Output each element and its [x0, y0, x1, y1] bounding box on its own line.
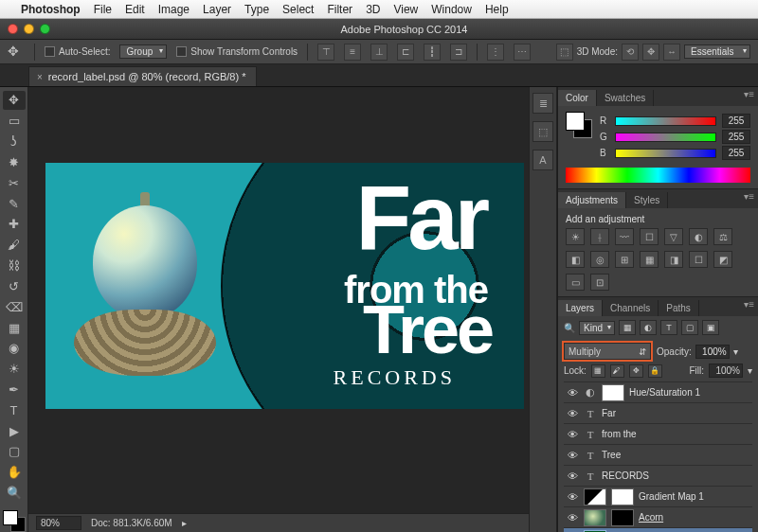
layer-mask-thumb[interactable]: [611, 488, 634, 505]
visibility-toggle-icon[interactable]: 👁: [566, 387, 579, 399]
dock-history-icon[interactable]: ≣: [532, 93, 553, 114]
zoom-field[interactable]: 80%: [36, 516, 81, 530]
adj-exposure-icon[interactable]: ☐: [640, 228, 659, 245]
layer-thumb[interactable]: [584, 509, 606, 526]
distribute-icon[interactable]: ⋮: [487, 44, 504, 61]
panel-menu-icon[interactable]: ▾≡: [740, 89, 758, 99]
3d-pan-icon[interactable]: ✥: [642, 44, 659, 61]
menu-layer[interactable]: Layer: [203, 3, 231, 16]
menu-view[interactable]: View: [393, 3, 418, 16]
shape-tool[interactable]: ▢: [3, 442, 26, 461]
menu-file[interactable]: File: [94, 3, 112, 16]
3d-slide-icon[interactable]: ↔: [663, 44, 680, 61]
type-tool[interactable]: T: [3, 400, 26, 419]
adj-colorlookup-icon[interactable]: ▦: [640, 251, 659, 268]
adj-curves-icon[interactable]: 〰: [615, 228, 634, 245]
crop-tool[interactable]: ✂: [3, 173, 26, 192]
menu-image[interactable]: Image: [158, 3, 190, 16]
adj-posterize-icon[interactable]: ☐: [689, 251, 708, 268]
adj-hue-icon[interactable]: ◐: [689, 228, 708, 245]
adj-gradmap-icon[interactable]: ▭: [566, 274, 585, 291]
align-bottom-icon[interactable]: ⊥: [370, 44, 388, 61]
visibility-toggle-icon[interactable]: 👁: [566, 470, 579, 482]
quick-select-tool[interactable]: ✸: [3, 152, 26, 171]
distribute-icon-2[interactable]: ⋯: [514, 44, 531, 61]
adj-bw-icon[interactable]: ◧: [566, 251, 585, 268]
lock-transparent-icon[interactable]: ▦: [591, 364, 605, 378]
visibility-toggle-icon[interactable]: 👁: [566, 408, 579, 419]
adj-channelmixer-icon[interactable]: ⊞: [615, 251, 634, 268]
menu-photoshop[interactable]: Photoshop: [21, 3, 81, 16]
align-right-icon[interactable]: ⊐: [450, 44, 467, 61]
brush-tool[interactable]: 🖌: [3, 236, 26, 255]
layer-row[interactable]: 👁 Gradient Map 1: [564, 486, 752, 506]
gradient-tool[interactable]: ▦: [3, 318, 26, 337]
adj-vibrance-icon[interactable]: ▽: [664, 228, 683, 245]
stamp-tool[interactable]: ⛓: [3, 257, 26, 275]
tab-swatches[interactable]: Swatches: [597, 90, 654, 106]
visibility-toggle-icon[interactable]: 👁: [566, 491, 579, 503]
eyedropper-tool[interactable]: ✎: [3, 194, 26, 213]
blur-tool[interactable]: ◉: [3, 339, 26, 358]
panel-menu-icon[interactable]: ▾≡: [740, 299, 758, 310]
window-close-button[interactable]: [8, 24, 18, 34]
pen-tool[interactable]: ✒: [3, 381, 26, 399]
status-flyout-icon[interactable]: ▸: [182, 518, 187, 528]
window-zoom-button[interactable]: [40, 24, 50, 34]
align-top-icon[interactable]: ⊤: [317, 44, 334, 61]
menu-window[interactable]: Window: [431, 3, 472, 16]
layer-row[interactable]: 👁 Acorn: [564, 506, 752, 527]
layer-row[interactable]: 👁 ◐ Hue/Saturation 1: [564, 381, 752, 402]
show-transform-toggle[interactable]: Show Transform Controls: [176, 46, 298, 58]
document-tab[interactable]: × record_label.psd @ 80% (record, RGB/8)…: [28, 66, 257, 86]
tab-color[interactable]: Color: [558, 90, 597, 106]
workspace-select[interactable]: Essentials: [684, 44, 750, 59]
layer-row[interactable]: 👁 T RECORDS: [564, 465, 752, 486]
menu-filter[interactable]: Filter: [327, 3, 352, 16]
hand-tool[interactable]: ✋: [3, 463, 26, 482]
lock-pixels-icon[interactable]: 🖌: [610, 364, 624, 378]
blend-mode-select[interactable]: Multiply⇵: [564, 343, 651, 360]
layer-row[interactable]: 👁 T Far: [564, 402, 752, 423]
g-value[interactable]: 255: [722, 130, 750, 144]
auto-select-target-select[interactable]: Group: [119, 44, 167, 59]
layer-filter-kind-select[interactable]: Kind: [579, 321, 615, 335]
document-canvas[interactable]: Far from the Tree RECORDS: [45, 163, 524, 409]
lock-all-icon[interactable]: 🔒: [648, 364, 662, 378]
eraser-tool[interactable]: ⌫: [3, 297, 26, 316]
filter-pixel-icon[interactable]: ▦: [619, 320, 636, 335]
menu-edit[interactable]: Edit: [125, 3, 145, 16]
history-brush-tool[interactable]: ↺: [3, 276, 26, 295]
r-slider[interactable]: [615, 116, 716, 126]
menu-select[interactable]: Select: [282, 3, 314, 16]
tab-styles[interactable]: Styles: [626, 192, 668, 208]
3d-toggle-icon[interactable]: ⬚: [556, 44, 573, 61]
layer-list[interactable]: 👁 ◐ Hue/Saturation 1 👁 T Far 👁 T: [564, 381, 752, 532]
canvas-area[interactable]: Far from the Tree RECORDS 80% Doc: 881.3…: [28, 87, 529, 532]
adj-colorbalance-icon[interactable]: ⚖: [713, 228, 732, 245]
window-minimize-button[interactable]: [24, 24, 34, 34]
adj-brightness-icon[interactable]: ☀: [566, 228, 585, 245]
tab-paths[interactable]: Paths: [659, 300, 699, 316]
tab-layers[interactable]: Layers: [558, 300, 603, 316]
path-select-tool[interactable]: ▶: [3, 421, 26, 440]
visibility-toggle-icon[interactable]: 👁: [566, 450, 579, 461]
align-hcenter-icon[interactable]: ┇: [424, 44, 441, 61]
color-spectrum[interactable]: [566, 168, 750, 183]
filter-type-icon[interactable]: T: [660, 320, 677, 335]
visibility-toggle-icon[interactable]: 👁: [566, 512, 579, 523]
menu-type[interactable]: Type: [244, 3, 269, 16]
tab-adjustments[interactable]: Adjustments: [558, 192, 626, 208]
close-tab-icon[interactable]: ×: [37, 72, 43, 82]
filter-adj-icon[interactable]: ◐: [640, 320, 657, 335]
dock-properties-icon[interactable]: ⬚: [532, 121, 553, 142]
menu-3d[interactable]: 3D: [366, 3, 380, 16]
layer-row-selected[interactable]: 👁 record: [564, 527, 752, 532]
tab-channels[interactable]: Channels: [603, 300, 659, 316]
panel-menu-icon[interactable]: ▾≡: [740, 191, 758, 202]
adj-invert-icon[interactable]: ◨: [664, 251, 683, 268]
adj-threshold-icon[interactable]: ◩: [713, 251, 732, 268]
align-vcenter-icon[interactable]: ≡: [344, 44, 361, 61]
fill-field[interactable]: 100%: [709, 364, 743, 378]
visibility-toggle-icon[interactable]: 👁: [566, 429, 579, 440]
